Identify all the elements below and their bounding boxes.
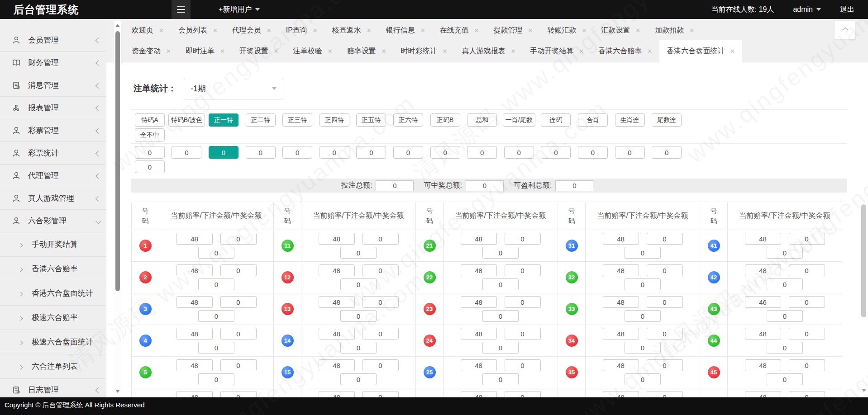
close-icon[interactable]: ✕ xyxy=(635,27,640,34)
bet-amount-input[interactable] xyxy=(246,146,276,159)
tab-赔率设置[interactable]: 赔率设置✕ xyxy=(340,40,394,62)
bet-amount-input[interactable] xyxy=(789,296,825,308)
bet-amount-input[interactable] xyxy=(647,296,683,308)
win-amount-input[interactable] xyxy=(198,247,234,259)
sidebar-subitem-极速六合赔率[interactable]: 极速六合赔率 xyxy=(0,306,106,330)
scrollbar-thumb[interactable] xyxy=(115,31,120,291)
sidebar-item-代理管理[interactable]: 代理管理 xyxy=(0,165,106,187)
win-amount-input[interactable] xyxy=(340,342,377,354)
close-icon[interactable]: ✕ xyxy=(159,27,164,34)
win-amount-input[interactable] xyxy=(625,247,661,259)
bet-amount-input[interactable] xyxy=(282,146,312,159)
win-amount-input[interactable] xyxy=(767,278,803,290)
sidebar-item-六合彩管理[interactable]: 六合彩管理 xyxy=(0,210,106,232)
close-icon[interactable]: ✕ xyxy=(474,27,479,34)
bet-amount-input[interactable] xyxy=(430,146,460,159)
tab-开奖设置[interactable]: 开奖设置✕ xyxy=(232,40,286,62)
tab-即时注单[interactable]: 即时注单✕ xyxy=(178,40,232,62)
bet-amount-input[interactable] xyxy=(362,233,399,245)
sidebar-item-会员管理[interactable]: 会员管理 xyxy=(0,29,106,52)
close-icon[interactable]: ✕ xyxy=(328,48,333,55)
odds-input[interactable] xyxy=(461,391,497,397)
win-amount-input[interactable] xyxy=(340,247,377,259)
odds-input[interactable] xyxy=(745,296,781,308)
tab-真人游戏报表[interactable]: 真人游戏报表✕ xyxy=(454,40,523,62)
odds-input[interactable] xyxy=(745,391,781,397)
bet-type-button-合肖[interactable]: 合肖 xyxy=(578,113,608,127)
odds-input[interactable] xyxy=(745,233,781,245)
bet-type-button-全不中[interactable]: 全不中 xyxy=(135,128,165,141)
bet-type-button-正四特[interactable]: 正四特 xyxy=(320,113,349,127)
bet-type-button-尾数连[interactable]: 尾数连 xyxy=(652,113,682,127)
sidebar-item-日志管理[interactable]: 日志管理 xyxy=(0,379,106,397)
sidebar-item-彩票管理[interactable]: 彩票管理 xyxy=(0,119,106,142)
bet-amount-input[interactable] xyxy=(647,233,683,245)
tab-资金变动[interactable]: 资金变动✕ xyxy=(124,40,178,62)
close-icon[interactable]: ✕ xyxy=(274,48,279,55)
odds-input[interactable] xyxy=(603,233,639,245)
bet-type-button-正三特[interactable]: 正三特 xyxy=(282,113,312,127)
bet-type-button-特码B/波色[interactable]: 特码B/波色 xyxy=(168,113,205,127)
odds-input[interactable] xyxy=(319,264,355,276)
win-amount-input[interactable] xyxy=(340,373,377,385)
tab-时时彩统计[interactable]: 时时彩统计✕ xyxy=(394,40,455,62)
close-icon[interactable]: ✕ xyxy=(213,27,218,34)
bet-amount-input[interactable] xyxy=(652,146,682,159)
win-amount-input[interactable] xyxy=(767,310,803,322)
bet-type-button-正六特[interactable]: 正六特 xyxy=(393,113,423,127)
bet-type-button-生肖连[interactable]: 生肖连 xyxy=(615,113,645,127)
bet-amount-input[interactable] xyxy=(647,264,683,276)
odds-input[interactable] xyxy=(176,264,213,276)
odds-input[interactable] xyxy=(319,296,355,308)
odds-input[interactable] xyxy=(176,391,213,397)
tab-注单校验[interactable]: 注单校验✕ xyxy=(286,40,340,62)
sidebar-subitem-手动开奖结算[interactable]: 手动开奖结算 xyxy=(0,232,106,257)
bet-amount-input[interactable] xyxy=(467,146,497,159)
content-scrollbar[interactable] xyxy=(861,21,867,396)
close-icon[interactable]: ✕ xyxy=(420,27,425,34)
bet-amount-input[interactable] xyxy=(362,359,399,371)
odds-input[interactable] xyxy=(603,296,639,308)
win-amount-input[interactable] xyxy=(482,247,519,259)
bet-type-button-特码A[interactable]: 特码A xyxy=(135,113,165,127)
collapse-tabs-button[interactable] xyxy=(835,21,855,39)
sidebar-scrollbar[interactable] xyxy=(114,21,121,396)
scrollbar-thumb[interactable] xyxy=(861,204,866,317)
hamburger-menu-icon[interactable] xyxy=(172,0,191,19)
user-menu[interactable]: admin xyxy=(793,5,821,14)
win-amount-input[interactable] xyxy=(340,278,377,290)
win-amount-input[interactable] xyxy=(625,373,661,385)
win-amount-input[interactable] xyxy=(625,310,661,322)
tab-香港六合赔率[interactable]: 香港六合赔率✕ xyxy=(591,40,659,62)
bet-amount-input[interactable] xyxy=(220,233,257,245)
bet-type-button-正二特[interactable]: 正二特 xyxy=(246,113,276,127)
sidebar-subitem-香港六合赔率[interactable]: 香港六合赔率 xyxy=(0,257,106,281)
tab-在线充值[interactable]: 在线充值✕ xyxy=(433,21,486,40)
bet-amount-input[interactable] xyxy=(135,146,165,159)
win-amount-input[interactable] xyxy=(482,310,519,322)
bet-amount-input[interactable] xyxy=(220,391,257,397)
bet-amount-input[interactable] xyxy=(220,328,257,340)
bet-type-button-正一特[interactable]: 正一特 xyxy=(209,113,238,127)
bet-type-button-正码B[interactable]: 正码B xyxy=(430,113,460,127)
bet-amount-input[interactable] xyxy=(504,146,534,159)
summary-value-input[interactable] xyxy=(376,180,414,191)
odds-input[interactable] xyxy=(319,233,355,245)
win-amount-input[interactable] xyxy=(482,373,519,385)
bet-amount-input[interactable] xyxy=(362,328,399,340)
odds-input[interactable] xyxy=(603,359,639,371)
odds-input[interactable] xyxy=(319,391,355,397)
sidebar-subitem-六合注单列表[interactable]: 六合注单列表 xyxy=(0,354,106,379)
win-amount-input[interactable] xyxy=(625,278,661,290)
bet-amount-input[interactable] xyxy=(578,146,608,159)
tab-核查返水[interactable]: 核查返水✕ xyxy=(325,21,379,40)
scroll-down-arrow-icon[interactable] xyxy=(862,389,866,392)
bet-amount-input[interactable] xyxy=(362,264,399,276)
bet-type-button-连码[interactable]: 连码 xyxy=(541,113,571,127)
odds-input[interactable] xyxy=(176,233,213,245)
bet-amount-input[interactable] xyxy=(320,146,349,159)
close-icon[interactable]: ✕ xyxy=(647,48,652,55)
period-select[interactable]: -1期 xyxy=(184,78,283,99)
bet-amount-input[interactable] xyxy=(505,296,541,308)
tab-会员列表[interactable]: 会员列表✕ xyxy=(171,21,225,40)
